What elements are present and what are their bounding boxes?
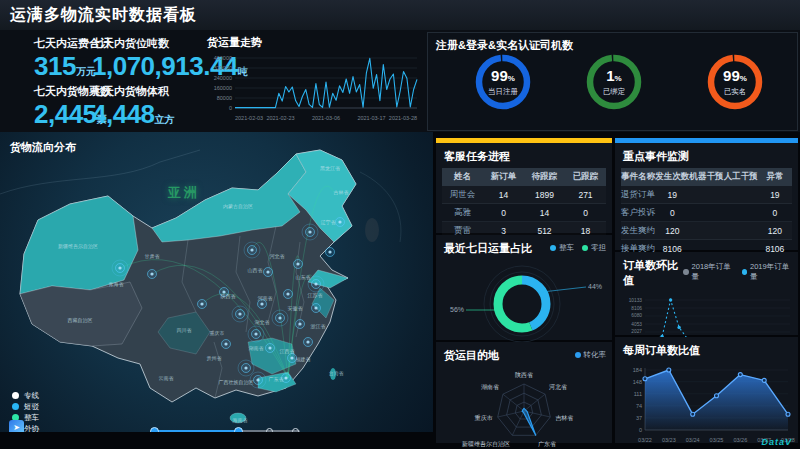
kpi-volume: 七天内货物体积 4,448立方: [92, 84, 175, 127]
slider-handle-current[interactable]: [234, 427, 243, 432]
row-value: 120: [758, 222, 792, 240]
legend-item-conversion[interactable]: 转化率: [575, 350, 607, 360]
svg-text:6080: 6080: [631, 313, 642, 318]
svg-text:陕西省: 陕西省: [515, 371, 533, 379]
slider-handle-ghost-1[interactable]: [266, 428, 273, 432]
gauge-label: 已绑定: [603, 87, 626, 97]
legend-label: 整车: [24, 413, 39, 423]
kpi-unit: 立方: [155, 114, 175, 125]
cargo-flow-map-panel: 货物流向分布 亚洲: [0, 132, 433, 432]
svg-text:184: 184: [633, 367, 642, 373]
volume-share-donut: 44%56%: [436, 260, 612, 344]
kpi-value: 315: [34, 51, 76, 81]
svg-text:74: 74: [636, 403, 642, 409]
weekly-orders-chart: 0377411114818403/2203/2303/2403/2503/260…: [615, 362, 798, 449]
map-legend-item[interactable]: 短驳: [12, 401, 39, 412]
svg-text:福建省: 福建省: [296, 356, 312, 363]
table-row: 高雅0140: [442, 204, 606, 222]
driver-gauges-panel: 注册&登录&实名认证司机数 99%当日注册 1%已绑定 99%已实名: [427, 32, 798, 131]
svg-text:安徽省: 安徽省: [288, 305, 304, 312]
donut-legend: 整车 零担: [550, 243, 606, 253]
svg-text:03/24: 03/24: [686, 437, 700, 443]
legend-label: 外协: [24, 424, 39, 433]
row-value: 0: [483, 204, 524, 222]
destination-radar: 陕西省河北省吉林省广东省新疆维吾尔自治区重庆市湖南省: [436, 367, 612, 448]
weekly-orders-panel: 每周订单数比值 0377411114818403/2203/2303/2403/…: [615, 337, 798, 443]
svg-text:03/26: 03/26: [733, 437, 747, 443]
kpi-value: 2,445: [34, 99, 97, 129]
row-value: 14: [483, 186, 524, 204]
svg-text:4053: 4053: [631, 322, 642, 327]
row-value: 0: [565, 204, 606, 222]
timeline-slider[interactable]: [150, 426, 300, 432]
svg-text:重庆市: 重庆市: [474, 414, 493, 421]
panel-title: 每周订单数比值: [623, 343, 798, 358]
svg-text:240000: 240000: [214, 75, 232, 81]
map-title: 货物流向分布: [10, 140, 76, 155]
svg-text:山西省: 山西省: [248, 267, 264, 274]
legend-item-2018[interactable]: 2018年订单量: [683, 262, 733, 282]
row-name: 高雅: [442, 204, 483, 222]
freight-trend-chart: 0800001600002400003200004000002021-02-03…: [205, 50, 427, 130]
svg-text:新疆维吾尔自治区: 新疆维吾尔自治区: [462, 440, 510, 448]
svg-text:江西省: 江西省: [280, 348, 296, 355]
svg-text:吉林省: 吉林省: [334, 189, 350, 195]
col-header: 新订单: [483, 168, 524, 186]
gauge-label: 已实名: [724, 87, 747, 97]
map-edit-icon[interactable]: ➤: [9, 420, 24, 432]
slider-handle-start[interactable]: [150, 427, 159, 432]
col-header: 待跟踪: [524, 168, 565, 186]
svg-text:320000: 320000: [214, 65, 232, 71]
legend-item-2019[interactable]: 2019年订单量: [742, 262, 792, 282]
svg-text:37: 37: [636, 415, 642, 421]
gauge-bound: 1%已绑定: [585, 53, 643, 125]
row-value: 120: [655, 222, 689, 240]
kpi-strip: 七天内运费合计 315万元 七天内货位吨数 1,070,913.44吨 七天内货…: [0, 30, 800, 132]
svg-text:湖北省: 湖北省: [255, 319, 271, 326]
row-value: [724, 204, 758, 222]
row-value: 0: [655, 204, 689, 222]
legend-item-ltl[interactable]: 零担: [582, 243, 606, 253]
panel-title: 最近七日运量占比: [444, 241, 532, 256]
gauge-label: 当日注册: [488, 87, 518, 97]
middle-column: 客服任务进程 姓名新订单待跟踪已跟踪周世会141899271高雅0140贾雷35…: [436, 138, 612, 443]
svg-text:广东省: 广东省: [269, 376, 285, 382]
table-row: 客户投诉00: [621, 204, 792, 222]
svg-text:河北省: 河北省: [270, 253, 286, 260]
svg-text:广西壮族自治区: 广西壮族自治区: [219, 379, 254, 386]
row-value: [689, 204, 723, 222]
svg-text:辽宁省: 辽宁省: [321, 219, 337, 225]
legend-dot: [12, 392, 19, 399]
map-legend-item[interactable]: 专线: [12, 390, 39, 401]
row-value: 0: [758, 204, 792, 222]
svg-text:河北省: 河北省: [549, 383, 567, 391]
legend-item-fulltruck[interactable]: 整车: [550, 243, 574, 253]
row-name: 周世会: [442, 186, 483, 204]
destination-panel: 货运目的地 转化率 陕西省河北省吉林省广东省新疆维吾尔自治区重庆市湖南省: [436, 342, 612, 443]
slider-handle-ghost-2[interactable]: [292, 428, 299, 432]
col-header: 人工干预: [724, 168, 758, 186]
svg-text:400000: 400000: [214, 55, 232, 61]
slider-fill: [154, 430, 238, 432]
row-name: 退货订单: [621, 186, 655, 204]
col-header: 已跟踪: [565, 168, 606, 186]
svg-text:8106: 8106: [631, 306, 642, 311]
row-value: [724, 222, 758, 240]
china-map[interactable]: 黑龙江省内蒙古自治区吉林省辽宁省甘肃省青海省新疆维吾尔自治区西藏自治区四川省云南…: [0, 132, 433, 432]
right-column: 重点事件监测 事件名称发生次数机器干预人工干预异常退货订单1919客户投诉00发…: [615, 138, 798, 443]
svg-text:160000: 160000: [214, 85, 232, 91]
table-row: 周世会141899271: [442, 186, 606, 204]
col-header: 发生次数: [655, 168, 689, 186]
svg-text:10133: 10133: [629, 298, 643, 303]
svg-text:2021-02-03: 2021-02-03: [235, 115, 263, 121]
svg-text:海南省: 海南省: [233, 417, 249, 424]
svg-text:80000: 80000: [217, 95, 232, 101]
dashboard: 运满多物流实时数据看板 七天内运费合计 315万元 七天内货位吨数 1,070,…: [0, 0, 800, 449]
row-value: 19: [655, 186, 689, 204]
svg-text:吉林省: 吉林省: [555, 415, 573, 422]
col-header: 姓名: [442, 168, 483, 186]
svg-text:湖南省: 湖南省: [249, 345, 265, 351]
table-row: 发生爽约120120: [621, 222, 792, 240]
row-value: 14: [524, 204, 565, 222]
svg-text:2027: 2027: [631, 329, 642, 334]
